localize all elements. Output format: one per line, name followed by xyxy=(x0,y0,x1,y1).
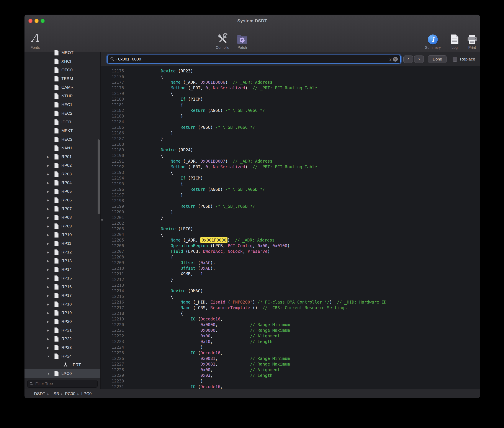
summary-button[interactable]: i Summary xyxy=(425,27,441,50)
chevron-right-icon[interactable]: ▶ xyxy=(47,311,54,315)
sidebar-item-rp21[interactable]: ▶RP21 xyxy=(25,326,100,335)
sidebar-item-rp11[interactable]: ▶RP11 xyxy=(25,239,100,248)
chevron-right-icon[interactable]: ▶ xyxy=(47,155,54,158)
sidebar-item-label: RP16 xyxy=(61,284,72,289)
minimize-button[interactable] xyxy=(34,19,39,23)
sidebar-item-rp14[interactable]: ▶RP14 xyxy=(25,265,100,274)
filter-input[interactable] xyxy=(35,381,95,386)
sidebar-item-rp24[interactable]: ▼RP24 xyxy=(25,352,100,361)
code-line: 12181 { xyxy=(101,102,480,107)
clear-search-button[interactable]: ✕ xyxy=(393,57,398,62)
sidebar-item-otg0[interactable]: OTG0 xyxy=(25,66,100,74)
sidebar-item-rp19[interactable]: ▶RP19 xyxy=(25,309,100,317)
chevron-right-icon[interactable]: ▶ xyxy=(47,259,54,263)
sidebar-item-hec2[interactable]: HEC2 xyxy=(25,109,100,118)
chevron-right-icon[interactable]: ▶ xyxy=(47,164,54,167)
chevron-right-icon[interactable]: ▶ xyxy=(47,294,54,297)
line-number: 12195 xyxy=(101,181,124,187)
chevron-right-icon[interactable]: ▶ xyxy=(47,225,54,228)
line-number: 12198 xyxy=(101,198,124,203)
chevron-right-icon[interactable]: ▶ xyxy=(47,303,54,306)
sidebar-item-rp20[interactable]: ▶RP20 xyxy=(25,317,100,326)
sidebar-item-rp03[interactable]: ▶RP03 xyxy=(25,170,100,178)
chevron-right-icon[interactable]: ▶ xyxy=(47,173,54,176)
code-line: 12231 IO (Decode16, xyxy=(101,384,480,389)
sidebar-item-nan1[interactable]: NAN1 xyxy=(25,144,100,152)
sidebar-item-rp04[interactable]: ▶RP04 xyxy=(25,178,100,187)
log-button[interactable]: Log xyxy=(450,27,459,50)
breadcrumb-item-lpc0[interactable]: LPC0 xyxy=(81,391,92,396)
sidebar-item-mrot[interactable]: MROT xyxy=(25,48,100,57)
chevron-right-icon[interactable]: ▶ xyxy=(47,277,54,280)
sidebar-item-rp13[interactable]: ▶RP13 xyxy=(25,256,100,265)
sidebar-item-camr[interactable]: CAMR xyxy=(25,83,100,92)
done-button[interactable]: Done xyxy=(428,55,446,63)
sidebar-item-hec3[interactable]: HEC3 xyxy=(25,135,100,144)
sidebar-item-rp06[interactable]: ▶RP06 xyxy=(25,196,100,205)
device-icon xyxy=(54,275,61,281)
breadcrumb-item-_sb[interactable]: _SB xyxy=(51,391,59,396)
sidebar-item-hec1[interactable]: HEC1 xyxy=(25,100,100,109)
sidebar-item-rp23[interactable]: ▶RP23 xyxy=(25,343,100,352)
sidebar-item-nthp[interactable]: NTHP xyxy=(25,92,100,100)
sidebar-item-xhci[interactable]: XHCI xyxy=(25,57,100,66)
titlebar[interactable]: System DSDT xyxy=(25,15,480,27)
chevron-right-icon[interactable]: ▶ xyxy=(47,251,54,254)
sidebar-item-rp02[interactable]: ▶RP02 xyxy=(25,161,100,170)
line-number: 12178 xyxy=(101,85,124,91)
zoom-button[interactable] xyxy=(41,19,45,23)
chevron-down-icon[interactable]: ▼ xyxy=(47,372,54,375)
find-next-button[interactable]: › xyxy=(414,56,424,63)
sidebar-item-rp17[interactable]: ▶RP17 xyxy=(25,291,100,300)
find-input[interactable]: ▾ 0x001F0000 2 ✕ xyxy=(107,55,401,64)
breadcrumb-item-dsdt[interactable]: DSDT xyxy=(34,391,45,396)
chevron-right-icon[interactable]: ▶ xyxy=(47,320,54,323)
search-scope-chevron-icon[interactable]: ▾ xyxy=(115,58,117,61)
close-button[interactable] xyxy=(28,19,33,23)
sidebar-item-rp07[interactable]: ▶RP07 xyxy=(25,205,100,213)
breadcrumb-item-pc00[interactable]: PC00 xyxy=(65,391,75,396)
chevron-right-icon[interactable]: ▶ xyxy=(47,216,54,219)
sidebar-item-rp10[interactable]: ▶RP10 xyxy=(25,230,100,239)
device-icon xyxy=(54,67,61,73)
chevron-right-icon[interactable]: ▶ xyxy=(47,190,54,193)
sidebar-item-_prt[interactable]: _PRT xyxy=(25,361,100,369)
compile-button[interactable]: Compile xyxy=(216,27,229,50)
sidebar-item-mekt[interactable]: MEKT xyxy=(25,126,100,135)
replace-checkbox[interactable] xyxy=(453,57,457,62)
chevron-right-icon[interactable]: ▶ xyxy=(47,346,54,349)
patch-button[interactable]: Patch xyxy=(237,27,248,50)
chevron-right-icon[interactable]: ▶ xyxy=(47,285,54,288)
chevron-right-icon[interactable]: ▶ xyxy=(47,242,54,245)
chevron-right-icon[interactable]: ▶ xyxy=(47,199,54,202)
sidebar-item-rp12[interactable]: ▶RP12 xyxy=(25,248,100,256)
splitter-handle[interactable] xyxy=(101,219,103,221)
filter-field[interactable] xyxy=(27,380,98,388)
chevron-right-icon[interactable]: ▶ xyxy=(47,329,54,332)
print-button[interactable]: Print xyxy=(467,27,478,50)
sidebar-item-rp08[interactable]: ▶RP08 xyxy=(25,213,100,222)
chevron-right-icon[interactable]: ▶ xyxy=(47,268,54,271)
sidebar-item-rp18[interactable]: ▶RP18 xyxy=(25,300,100,309)
sidebar-item-rp01[interactable]: ▶RP01 xyxy=(25,152,100,161)
device-icon xyxy=(54,93,61,99)
sidebar-item-term[interactable]: TERM xyxy=(25,74,100,83)
sidebar-item-rp05[interactable]: ▶RP05 xyxy=(25,187,100,196)
find-previous-button[interactable]: ‹ xyxy=(403,56,413,63)
sidebar-item-rp15[interactable]: ▶RP15 xyxy=(25,274,100,282)
chevron-right-icon[interactable]: ▶ xyxy=(47,233,54,237)
sidebar-item-lpc0[interactable]: ▼LPC0 xyxy=(25,369,100,378)
fonts-button[interactable]: A Fonts xyxy=(31,27,40,50)
chevron-right-icon[interactable]: ▶ xyxy=(47,337,54,341)
chevron-right-icon[interactable]: ▶ xyxy=(47,181,54,184)
sidebar-item-rp22[interactable]: ▶RP22 xyxy=(25,335,100,343)
sidebar-item-ider[interactable]: IDER xyxy=(25,118,100,126)
code-editor[interactable]: 12175 Device (RP23)12176 {12177 Name (_A… xyxy=(101,66,480,389)
device-icon xyxy=(54,154,61,160)
sidebar-scrollbar[interactable] xyxy=(98,140,100,214)
sidebar-item-rp09[interactable]: ▶RP09 xyxy=(25,222,100,230)
chevron-down-icon[interactable]: ▼ xyxy=(47,355,54,358)
sidebar-item-rp16[interactable]: ▶RP16 xyxy=(25,282,100,291)
code-line: 12180 If (PICM) xyxy=(101,96,480,102)
chevron-right-icon[interactable]: ▶ xyxy=(47,207,54,211)
